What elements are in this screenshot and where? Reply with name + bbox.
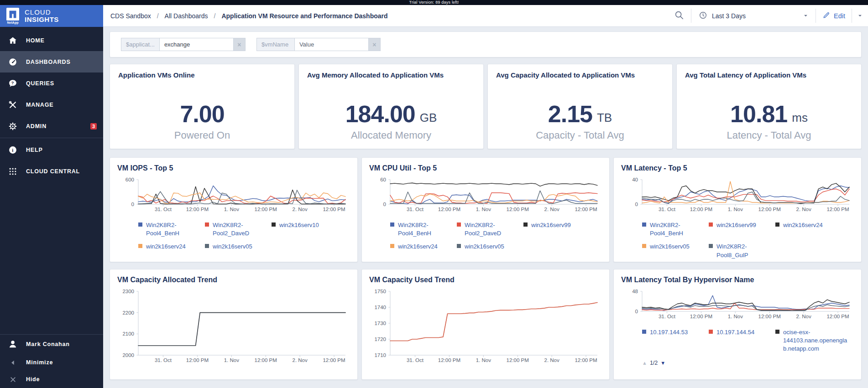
legend-item[interactable]: 10.197.144.53: [642, 328, 709, 353]
sidebar-item-home[interactable]: HOME: [0, 30, 103, 51]
legend-color-swatch: [523, 222, 528, 227]
legend-item[interactable]: win2k16serv24: [775, 221, 854, 238]
sidebar-item-cloud-central[interactable]: CLOUD CENTRAL: [0, 160, 103, 182]
clock-icon: [699, 11, 707, 21]
legend-item[interactable]: Win2K8R2-Pool4_BenH: [642, 221, 709, 238]
x-axis-labels: 31. Oct12:00 PM1. Nov12:00 PM2. Nov12:00…: [642, 207, 849, 214]
legend-label: win2k16serv24: [398, 243, 438, 251]
pencil-icon: [822, 11, 830, 21]
legend-item[interactable]: win2k16serv10: [272, 221, 350, 238]
legend-item[interactable]: win2k16serv24: [390, 243, 457, 251]
kpi-unit: TB: [597, 111, 612, 128]
legend-item[interactable]: win2k16serv99: [523, 221, 602, 238]
kpi-card: Avg Memory Allocated to Application VMs1…: [298, 64, 484, 149]
cloud-insights-logo: NetApp CLOUD INSIGHTS: [0, 5, 103, 27]
chart-canvas: [390, 180, 597, 204]
sidebar-item-label: QUERIES: [26, 80, 54, 87]
x-axis-label: 12:00 PM: [826, 207, 849, 212]
legend-color-swatch: [457, 244, 461, 248]
sidebar-item-queries[interactable]: ?QUERIES: [0, 72, 103, 94]
chart-card: VM Capacity Used Trend175017401730172017…: [361, 269, 610, 380]
chart-canvas: [138, 291, 345, 355]
user-menu[interactable]: Mark Conahan: [0, 334, 103, 353]
kpi-value: 2.15: [548, 100, 592, 128]
legend-color-swatch: [709, 330, 713, 334]
x-axis-label: 1. Nov: [728, 207, 743, 212]
legend-label: Win2K8R2-Pool2_DaveD: [213, 221, 265, 238]
sidebar-item-admin[interactable]: ADMIN3: [0, 115, 103, 137]
legend-color-swatch: [709, 222, 713, 227]
kpi-value-block: 184.00GB: [307, 79, 475, 128]
filter-clear-button[interactable]: ×: [234, 38, 246, 51]
minimize-label: Minimize: [26, 359, 53, 366]
legend-item[interactable]: 10.197.144.54: [709, 328, 775, 353]
chart-row-top: VM IOPS - Top 5600031. Oct12:00 PM1. Nov…: [110, 157, 862, 262]
legend-item[interactable]: win2k16serv05: [457, 243, 523, 251]
sidebar-item-help[interactable]: iHELP: [0, 139, 103, 160]
x-axis-label: 12:00 PM: [255, 357, 277, 363]
search-button[interactable]: [667, 5, 691, 26]
kpi-row: Application VMs Online7.00Powered OnAvg …: [110, 64, 862, 149]
legend-item[interactable]: Win2K8R2-Pool4_BenH: [138, 221, 205, 238]
y-axis-label: 0: [635, 309, 638, 314]
chart-plot: 17501740173017201710: [390, 291, 597, 355]
sidebar-item-dashboards[interactable]: DASHBOARDS: [0, 51, 103, 72]
y-axis-label: 2100: [122, 331, 134, 336]
legend-item[interactable]: win2k16serv24: [138, 243, 205, 251]
x-axis-label: 12:00 PM: [826, 314, 849, 319]
x-axis-label: 12:00 PM: [323, 207, 345, 212]
x-axis-label: 2. Nov: [544, 357, 559, 363]
legend-item[interactable]: Win2K8R2-Pool4_BenH: [390, 221, 457, 238]
sidebar-item-manage[interactable]: MANAGE: [0, 94, 103, 115]
chart-legend: Win2K8R2-Pool4_BenHWin2K8R2-Pool2_DaveDw…: [138, 221, 350, 251]
dashboard-icon: [8, 57, 18, 67]
legend-item[interactable]: win2k16serv99: [709, 221, 775, 238]
chart-title: VM Latency - Top 5: [621, 164, 854, 172]
legend-label: win2k16serv10: [279, 221, 319, 229]
legend-item[interactable]: win2k16serv05: [642, 243, 709, 259]
breadcrumb-item: Application VM Resource and Performance …: [221, 12, 387, 20]
edit-button[interactable]: Edit: [816, 5, 852, 26]
app-frame: NetApp CLOUD INSIGHTS HOMEDASHBOARDS?QUE…: [0, 5, 868, 388]
dashboard-menu-button[interactable]: [852, 5, 868, 26]
main-area: CDS Sandbox/All Dashboards/Application V…: [103, 5, 868, 388]
legend-item[interactable]: Win2K8R2-Pool2_DaveD: [205, 221, 272, 238]
legend-page-up-icon[interactable]: ▲: [642, 360, 647, 366]
breadcrumb-item[interactable]: CDS Sandbox: [110, 12, 151, 20]
hide-button[interactable]: Hide: [0, 372, 103, 387]
x-axis-label: 12:00 PM: [507, 207, 529, 212]
legend-item[interactable]: Win2K8R2-Pool2_DaveD: [457, 221, 523, 238]
x-axis-label: 12:00 PM: [438, 357, 460, 363]
filter-clear-button[interactable]: ×: [369, 38, 381, 51]
x-axis-label: 1. Nov: [476, 207, 491, 212]
legend-label: win2k16serv99: [531, 221, 571, 229]
grid-icon: [8, 167, 18, 176]
chart-canvas: [642, 291, 849, 311]
time-range-selector[interactable]: Last 3 Days: [691, 5, 816, 26]
legend-item[interactable]: Win2K8R2-Pool8_GulP: [709, 243, 775, 259]
kpi-value-block: 2.15TB: [496, 79, 664, 128]
sidebar-item-label: HOME: [26, 37, 45, 44]
legend-item[interactable]: ocise-esx-144103.nane.openenglab.netapp.…: [775, 328, 854, 353]
legend-item[interactable]: win2k16serv05: [205, 243, 272, 251]
chart-canvas: [390, 291, 597, 355]
minimize-button[interactable]: Minimize: [0, 353, 103, 372]
user-name: Mark Conahan: [26, 341, 70, 347]
help-icon: i: [8, 145, 18, 155]
filter-value-input[interactable]: [295, 38, 369, 51]
y-axis-label: 1740: [374, 305, 386, 310]
x-axis-label: 31. Oct: [659, 207, 675, 212]
filter-value-input[interactable]: [160, 38, 234, 51]
legend-color-swatch: [390, 244, 394, 248]
breadcrumb-item[interactable]: All Dashboards: [165, 12, 208, 20]
legend-page-down-icon[interactable]: ▼: [660, 360, 665, 366]
kpi-card: Application VMs Online7.00Powered On: [110, 64, 295, 149]
header: CDS Sandbox/All Dashboards/Application V…: [103, 5, 868, 27]
breadcrumb-separator: /: [214, 12, 216, 20]
x-axis-labels: 31. Oct12:00 PM1. Nov12:00 PM2. Nov12:00…: [390, 207, 597, 214]
legend-label: Win2K8R2-Pool2_DaveD: [465, 221, 517, 238]
legend-color-swatch: [775, 222, 779, 227]
trial-banner: Trial Version: 89 days left!: [0, 0, 868, 5]
sidebar-item-label: MANAGE: [26, 102, 53, 108]
chart-legend: Win2K8R2-Pool4_BenHWin2K8R2-Pool2_DaveDw…: [390, 221, 602, 251]
